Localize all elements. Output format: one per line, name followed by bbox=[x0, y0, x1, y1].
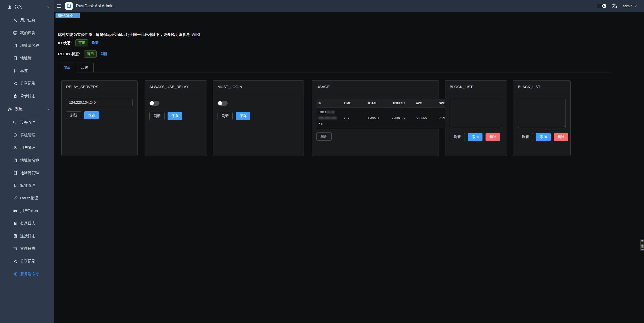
sidebar-item-connection-logs[interactable]: 连接日志 bbox=[0, 230, 54, 242]
must-login-toggle[interactable] bbox=[218, 101, 228, 106]
card-title: RELAY_SERVERS bbox=[62, 80, 137, 93]
card-title: BLACK_LIST bbox=[513, 80, 570, 93]
sidebar-item-device-mgmt[interactable]: 设备管理 bbox=[0, 116, 54, 129]
block-list-textarea[interactable] bbox=[450, 99, 502, 128]
sidebar-item-label: 服务端命令 bbox=[20, 272, 39, 276]
clipboard-icon bbox=[13, 221, 17, 226]
relay-status-badge: 可用 bbox=[84, 50, 97, 58]
sidebar-item-user-mgmt[interactable]: 用户管理 bbox=[0, 141, 54, 154]
save-button[interactable]: 保存 bbox=[236, 112, 250, 120]
sidebar-item-label: 连接日志 bbox=[20, 234, 35, 238]
rustdesk-logo bbox=[65, 2, 73, 10]
app-title: RustDesk Api Admin bbox=[76, 4, 114, 8]
id-status-badge: 可用 bbox=[75, 39, 88, 46]
save-button[interactable]: 保存 bbox=[168, 112, 182, 120]
sidebar-item-oauth-mgmt[interactable]: Oauth管理 bbox=[0, 192, 54, 204]
sidebar-item-label: 分享记录 bbox=[20, 81, 35, 86]
card-must-login: MUST_LOGIN 刷新 保存 bbox=[213, 80, 304, 156]
usage-time-cell: 23s bbox=[342, 107, 365, 129]
add-button[interactable]: 添加 bbox=[468, 133, 482, 141]
sidebar-item-login-logs[interactable]: 登录日志 bbox=[0, 90, 54, 102]
bookmark-icon bbox=[13, 183, 17, 188]
refresh-button[interactable]: 刷新 bbox=[518, 133, 533, 141]
sidebar-group-system[interactable]: 系统 bbox=[0, 102, 54, 116]
sidebar-item-label: 用户管理 bbox=[20, 145, 35, 150]
theme-toggle[interactable] bbox=[597, 4, 606, 8]
always-use-relay-toggle[interactable] bbox=[149, 101, 159, 106]
sidebar-group-label: 系统 bbox=[15, 107, 22, 112]
sidebar-item-server-commands[interactable]: 服务端命令 bbox=[0, 267, 54, 280]
card-black-list: BLACK_LIST 刷新 添加 删除 bbox=[513, 80, 571, 156]
usage-ip-cell: ::ffff:100.00. 000.000.000 64: bbox=[316, 107, 342, 129]
share-icon bbox=[13, 81, 17, 86]
relay-status-row: RELAY 状态: 可用 刷新 bbox=[58, 50, 107, 58]
sidebar-item-tags[interactable]: 标签 bbox=[0, 64, 54, 77]
sidebar-item-file-logs[interactable]: 文件日志 bbox=[0, 242, 54, 255]
close-icon[interactable] bbox=[75, 14, 77, 17]
relay-servers-input[interactable] bbox=[66, 99, 133, 106]
usage-avg-cell: 505kb/s bbox=[414, 107, 437, 129]
sidebar-item-label: 群组管理 bbox=[20, 133, 35, 138]
sidebar-item-user-token[interactable]: 用户Token bbox=[0, 204, 54, 217]
translate-icon[interactable]: 文A bbox=[612, 4, 618, 9]
toggle-knob bbox=[218, 101, 222, 105]
relay-status-label: RELAY 状态: bbox=[58, 52, 80, 57]
wiki-link[interactable]: WIKI bbox=[192, 32, 200, 37]
sidebar-item-group-mgmt[interactable]: 群组管理 bbox=[0, 129, 54, 141]
sidebar-item-addressbook-mgmt[interactable]: 地址簿管理 bbox=[0, 167, 54, 179]
book-icon bbox=[13, 158, 17, 163]
delete-button[interactable]: 删除 bbox=[554, 133, 568, 141]
tab-simple[interactable]: 简单 bbox=[58, 63, 76, 73]
refresh-button[interactable]: 刷新 bbox=[66, 111, 81, 119]
sidebar-item-label: 分享记录 bbox=[20, 259, 35, 264]
user-menu[interactable]: admin bbox=[623, 4, 637, 8]
redacted-ip-segment: 000.000.000 bbox=[318, 115, 340, 121]
sidebar-item-share-records[interactable]: 分享记录 bbox=[0, 77, 54, 90]
sidebar-item-user-info[interactable]: 用户信息 bbox=[0, 14, 54, 26]
notebook-icon bbox=[13, 56, 17, 60]
save-button[interactable]: 保存 bbox=[84, 111, 99, 119]
sidebar-item-login-logs-sys[interactable]: 登录日志 bbox=[0, 217, 54, 230]
col-time: TIME bbox=[342, 99, 365, 107]
sidebar-item-my-devices[interactable]: 我的设备 bbox=[0, 26, 54, 39]
sidebar-item-addressbook-names[interactable]: 地址簿名称 bbox=[0, 39, 54, 52]
id-refresh-link[interactable]: 刷新 bbox=[92, 41, 98, 45]
col-highest: HIGHEST bbox=[390, 99, 414, 107]
refresh-button[interactable]: 刷新 bbox=[149, 112, 165, 120]
col-avg: AVG bbox=[414, 99, 437, 107]
sidebar-item-tag-mgmt[interactable]: 标签管理 bbox=[0, 179, 54, 192]
sidebar-item-addressbook[interactable]: 地址簿 bbox=[0, 52, 54, 64]
bookmark-icon bbox=[13, 69, 17, 73]
notice-text: 此处功能为实验性质，请确保api和hbbs处于同一回环地址下，更多说明请参考 bbox=[58, 32, 190, 37]
refresh-button[interactable]: 刷新 bbox=[450, 133, 465, 141]
card-title: MUST_LOGIN bbox=[213, 80, 304, 93]
sidebar-item-label: 登录日志 bbox=[20, 221, 35, 226]
user-outline-icon bbox=[13, 18, 17, 22]
sidebar-item-share-records-sys[interactable]: 分享记录 bbox=[0, 255, 54, 267]
tab-advanced[interactable]: 高级 bbox=[76, 63, 93, 72]
minimap-widget[interactable] bbox=[640, 239, 644, 251]
monitor-icon bbox=[13, 120, 17, 125]
black-list-textarea[interactable] bbox=[518, 99, 566, 128]
usage-table: IP TIME TOTAL HIGHEST AVG SPEED ::ffff:1… bbox=[316, 99, 459, 129]
book-icon bbox=[13, 43, 17, 48]
moon-icon bbox=[602, 4, 606, 8]
sidebar-item-label: 我的设备 bbox=[20, 31, 35, 35]
usage-highest-cell: 2780kb/s bbox=[390, 107, 414, 129]
monitor-icon bbox=[13, 31, 17, 35]
menu-fold-icon[interactable] bbox=[56, 3, 62, 9]
sidebar-group-mine[interactable]: 我的 bbox=[0, 0, 54, 14]
gear-icon bbox=[13, 272, 17, 276]
id-status-row: ID 状态: 可用 刷新 bbox=[58, 39, 98, 46]
relay-refresh-link[interactable]: 刷新 bbox=[100, 52, 107, 56]
refresh-button[interactable]: 刷新 bbox=[316, 132, 332, 141]
route-tab-server-commands[interactable]: 服务端命令 bbox=[56, 13, 80, 18]
card-relay-servers: RELAY_SERVERS 刷新 保存 bbox=[61, 80, 138, 156]
sidebar-item-label: Oauth管理 bbox=[20, 196, 38, 201]
share-icon bbox=[13, 259, 17, 263]
delete-button[interactable]: 删除 bbox=[486, 133, 500, 141]
chat-icon bbox=[13, 133, 17, 137]
refresh-button[interactable]: 刷新 bbox=[218, 112, 233, 120]
sidebar-item-addressbook-names-mgmt[interactable]: 地址簿名称 bbox=[0, 154, 54, 167]
add-button[interactable]: 添加 bbox=[536, 133, 551, 141]
